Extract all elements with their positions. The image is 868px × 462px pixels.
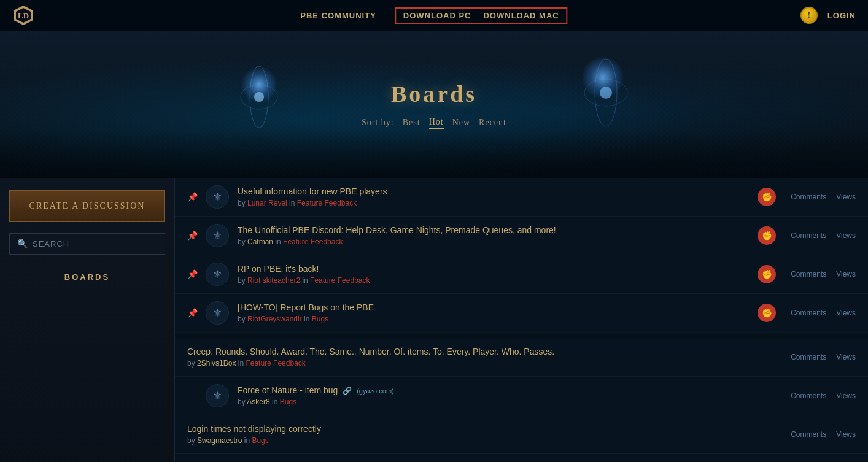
search-icon: 🔍 (17, 239, 28, 249)
post-author[interactable]: Asker8 (247, 398, 269, 406)
post-category[interactable]: Feature Feedback (297, 199, 357, 207)
post-title[interactable]: Login times not displaying correctly (187, 424, 791, 434)
sort-new[interactable]: New (452, 118, 470, 128)
pin-icon: 📌 (187, 231, 200, 241)
in-label: in (289, 199, 297, 207)
comments-link[interactable]: Comments (791, 270, 826, 279)
by-label: by (238, 199, 247, 207)
views-link[interactable]: Views (836, 391, 856, 400)
post-author[interactable]: Swagmaestro (197, 436, 242, 445)
post-actions: ✊ Comments Views (758, 304, 856, 322)
views-link[interactable]: Views (836, 193, 856, 201)
post-category[interactable]: Bugs (280, 398, 296, 406)
post-meta: by Swagmaestro in Bugs (187, 436, 791, 445)
table-row: Lets talk about what "Queue" means Comme… (175, 454, 868, 462)
post-title[interactable]: [HOW-TO] Report Bugs on the PBE (238, 302, 758, 312)
post-title[interactable]: The Unofficial PBE Discord: Help Desk, G… (238, 225, 758, 235)
nav-center-links: PBE COMMUNITY DOWNLOAD PC DOWNLOAD MAC (300, 7, 567, 24)
post-actions: ✊ Comments Views (758, 265, 856, 283)
post-category[interactable]: Feature Feedback (310, 276, 370, 285)
post-author[interactable]: RiotGreyswandir (247, 315, 302, 323)
main-layout: Create a Discussion 🔍 BOARDS 📌 ⚜ Useful … (0, 178, 868, 462)
nav-right: ! LOGIN (800, 7, 856, 24)
riot-fist-icon: ✊ (758, 226, 776, 245)
post-category[interactable]: Bugs (312, 315, 328, 323)
orb-right (578, 53, 634, 133)
orb-left (234, 60, 284, 134)
svg-point-5 (254, 92, 264, 102)
discussion-info: The Unofficial PBE Discord: Help Desk, G… (238, 225, 758, 246)
boards-nav-label[interactable]: BOARDS (9, 266, 165, 288)
post-meta: by 2Shivs1Box in Feature Feedback (187, 359, 791, 368)
sidebar: Create a Discussion 🔍 BOARDS (0, 178, 175, 462)
link-domain[interactable]: (gyazo.com) (357, 387, 394, 395)
avatar-image: ⚜ (212, 190, 222, 204)
post-category[interactable]: Feature Feedback (246, 359, 305, 368)
views-link[interactable]: Views (836, 430, 856, 439)
nav-download-mac[interactable]: DOWNLOAD MAC (483, 11, 559, 20)
table-row: 📌 ⚜ Useful information for new PBE playe… (175, 178, 868, 217)
post-actions: Comments Views (791, 430, 856, 439)
pin-icon: 📌 (187, 269, 200, 280)
pinned-section: 📌 ⚜ Useful information for new PBE playe… (175, 178, 868, 333)
post-title[interactable]: Useful information for new PBE players (238, 187, 758, 196)
post-author[interactable]: Catman (247, 237, 273, 246)
sort-recent[interactable]: Recent (479, 118, 506, 128)
views-link[interactable]: Views (836, 270, 856, 279)
post-title[interactable]: RP on PBE, it's back! (238, 264, 758, 274)
post-meta: by Riot skiteacher2 in Feature Feedback (238, 276, 758, 285)
post-author[interactable]: Lunar Revel (247, 199, 287, 207)
comments-link[interactable]: Comments (791, 231, 826, 240)
avatar-image: ⚜ (212, 229, 222, 242)
create-discussion-button[interactable]: Create a Discussion (9, 190, 165, 222)
comments-link[interactable]: Comments (791, 430, 826, 439)
avatar-image: ⚜ (212, 268, 222, 281)
post-actions: ✊ Comments Views (758, 226, 856, 245)
comments-link[interactable]: Comments (791, 309, 826, 317)
views-link[interactable]: Views (836, 309, 856, 317)
table-row: 📌 ⚜ [HOW-TO] Report Bugs on the PBE by R… (175, 294, 868, 332)
avatar: ⚜ (206, 301, 229, 325)
regular-posts-section: Creep. Rounds. Should. Award. The. Same.… (175, 338, 868, 462)
nav-download-group: DOWNLOAD PC DOWNLOAD MAC (395, 7, 568, 24)
logo[interactable]: LD (12, 4, 34, 26)
post-author[interactable]: Riot skiteacher2 (247, 276, 300, 285)
table-row: 📌 ⚜ RP on PBE, it's back! by Riot skitea… (175, 255, 868, 294)
avatar: ⚜ (206, 185, 229, 209)
sort-label: Sort by: (362, 118, 394, 128)
comments-link[interactable]: Comments (791, 193, 826, 201)
post-title[interactable]: Creep. Rounds. Should. Award. The. Same.… (187, 347, 791, 356)
post-actions: Comments Views (791, 391, 856, 400)
sort-bar: Sort by: Best Hot New Recent (362, 117, 506, 129)
comments-link[interactable]: Comments (791, 353, 826, 361)
login-button[interactable]: LOGIN (827, 11, 856, 20)
hero-banner: Boards Sort by: Best Hot New Recent (0, 31, 868, 178)
post-meta: by Lunar Revel in Feature Feedback (238, 199, 758, 207)
avatar-image: ⚜ (212, 389, 222, 402)
post-meta: by RiotGreyswandir in Bugs (238, 315, 758, 323)
nav-pbe-community[interactable]: PBE COMMUNITY (300, 11, 376, 20)
search-input[interactable] (33, 239, 157, 248)
post-category[interactable]: Feature Feedback (283, 237, 343, 246)
pin-icon: 📌 (187, 192, 200, 202)
top-navigation: LD PBE COMMUNITY DOWNLOAD PC DOWNLOAD MA… (0, 0, 868, 31)
views-link[interactable]: Views (836, 353, 856, 361)
boards-title: Boards (391, 80, 477, 107)
nav-download-pc[interactable]: DOWNLOAD PC (403, 11, 471, 20)
riot-fist-icon: ✊ (758, 265, 776, 283)
post-author[interactable]: 2Shivs1Box (197, 359, 236, 368)
search-bar: 🔍 (9, 233, 165, 255)
views-link[interactable]: Views (836, 231, 856, 240)
comments-link[interactable]: Comments (791, 391, 826, 400)
table-row: Login times not displaying correctly by … (175, 415, 868, 454)
post-category[interactable]: Bugs (252, 436, 268, 445)
sort-best[interactable]: Best (403, 118, 420, 128)
alert-icon[interactable]: ! (800, 7, 818, 24)
riot-fist-icon: ✊ (758, 188, 776, 206)
post-meta: by Asker8 in Bugs (238, 398, 791, 406)
discussion-info: Useful information for new PBE players b… (238, 187, 758, 207)
sort-hot[interactable]: Hot (429, 117, 444, 129)
post-title[interactable]: Force of Nature - item bug 🔗 (gyazo.com) (238, 385, 791, 395)
discussion-info: Force of Nature - item bug 🔗 (gyazo.com)… (238, 385, 791, 406)
discussion-info: Creep. Rounds. Should. Award. The. Same.… (187, 347, 791, 368)
